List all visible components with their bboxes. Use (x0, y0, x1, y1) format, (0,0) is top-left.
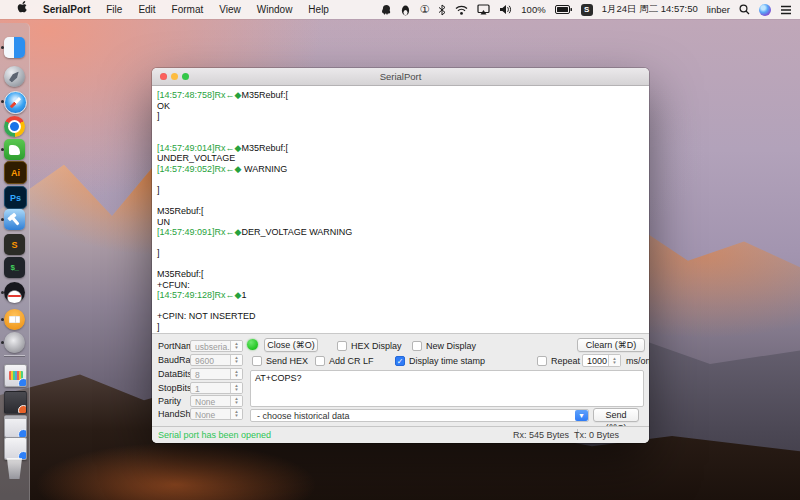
repeat-box[interactable] (537, 356, 547, 366)
repeat-checkbox[interactable]: Repeat (537, 355, 580, 367)
stepper-arrows[interactable]: ▲▼ (230, 355, 242, 365)
terminal-output[interactable]: [14:57:48:758]Rx←◆M35Rebuf:[OK][14:57:49… (152, 86, 649, 333)
safari-icon (4, 91, 27, 114)
history-dropdown-arrow-icon[interactable]: ▼ (575, 410, 588, 421)
config-stepper-databits[interactable]: 8▲▼ (190, 368, 243, 380)
dock-item-dictionary[interactable] (4, 309, 25, 330)
send-button[interactable]: Send (⌘S) (593, 408, 639, 422)
airplay-display-icon[interactable] (477, 4, 490, 15)
dock-item-photoshop[interactable]: Ps (4, 186, 25, 207)
bluetooth-icon[interactable] (438, 4, 446, 16)
stepper-arrows[interactable]: ▲▼ (230, 383, 242, 393)
spotlight-search-icon[interactable] (739, 4, 750, 15)
config-stepper-stopbits[interactable]: 1▲▼ (190, 382, 243, 394)
dock-item-minimized-window-4[interactable] (4, 437, 25, 458)
new-display-checkbox[interactable]: New Display (412, 340, 476, 352)
menu-clock[interactable]: 1月24日 周二 14:57:50 (602, 3, 698, 16)
proxy-menu-icon[interactable]: S (581, 4, 593, 16)
running-indicator-dot (1, 218, 4, 221)
terminal-text: 1 (241, 290, 246, 300)
minimized-window-4-icon (4, 437, 27, 460)
minimized-window-1-icon (4, 364, 27, 387)
config-stepper-baudrate[interactable]: 9600▲▼ (190, 354, 243, 366)
menu-item-view[interactable]: View (211, 0, 249, 19)
config-stepper-portname[interactable]: usbseria...▲▼ (190, 340, 243, 352)
menu-item-help[interactable]: Help (300, 0, 337, 19)
notification-center-icon[interactable] (780, 5, 792, 15)
dock-item-serialport-app[interactable] (4, 332, 25, 353)
hex-display-checkbox[interactable]: HEX Display (337, 340, 402, 352)
wifi-icon[interactable] (455, 5, 468, 15)
menu-item-format[interactable]: Format (164, 0, 212, 19)
terminal-line (157, 122, 649, 133)
stepper-arrows[interactable]: ▲▼ (230, 369, 242, 379)
add-crlf-checkbox[interactable]: Add CR LF (315, 355, 374, 367)
terminal-text: WARNING (241, 164, 287, 174)
dock-item-minimized-window-3[interactable] (4, 415, 25, 436)
history-dropdown[interactable]: - choose historical data ▼ (250, 409, 589, 422)
stepper-arrows[interactable]: ▲▼ (230, 396, 242, 406)
new-display-box[interactable] (412, 341, 422, 351)
config-label-stopbits: StopBits (158, 383, 192, 393)
close-port-button[interactable]: Close (⌘O) (264, 338, 318, 352)
dock-item-qq[interactable] (4, 282, 25, 303)
illustrator-icon: Ai (4, 161, 27, 184)
apple-menu-icon[interactable] (8, 0, 35, 19)
dock-item-xcode[interactable] (4, 209, 25, 230)
dock-item-chrome[interactable] (4, 116, 25, 137)
dock-item-illustrator[interactable]: Ai (4, 161, 25, 182)
dock-item-evernote[interactable] (4, 139, 25, 160)
dock-item-minimized-window-1[interactable] (4, 364, 25, 385)
dock-item-trash[interactable] (4, 458, 25, 479)
qq-icon (4, 282, 25, 303)
display-timestamp-box[interactable]: ✓ (395, 356, 405, 366)
penguin-icon[interactable] (401, 4, 410, 16)
terminal-text: ] (157, 185, 160, 195)
window-titlebar[interactable]: SerialPort (152, 68, 649, 86)
dock-separator (4, 355, 25, 356)
clear-button[interactable]: Clearn (⌘D) (577, 338, 645, 352)
repeat-interval-arrows[interactable]: ▲▼ (608, 355, 620, 366)
menu-user[interactable]: linber (707, 4, 730, 15)
dock-item-finder[interactable] (4, 37, 25, 58)
dock-item-launchpad[interactable] (4, 66, 25, 87)
dock-item-sublime-text[interactable]: S (4, 234, 25, 255)
dock-item-terminal[interactable]: $_ (4, 257, 25, 278)
evernote-menu-icon[interactable] (381, 4, 392, 15)
menu-item-edit[interactable]: Edit (130, 0, 163, 19)
hex-display-box[interactable] (337, 341, 347, 351)
repeat-interval-stepper[interactable]: 1000 ▲▼ (582, 354, 621, 367)
repeat-interval-value: 1000 (587, 356, 607, 366)
serialport-window: SerialPort [14:57:48:758]Rx←◆M35Rebuf:[O… (152, 68, 649, 443)
add-crlf-label: Add CR LF (329, 356, 374, 366)
terminal-line (157, 259, 649, 270)
config-stepper-handshake[interactable]: None▲▼ (190, 408, 243, 420)
menu-item-file[interactable]: File (98, 0, 130, 19)
volume-icon[interactable] (499, 4, 512, 15)
siri-icon[interactable] (759, 4, 771, 16)
running-indicator-dot (1, 318, 4, 321)
stepper-arrows[interactable]: ▲▼ (230, 409, 242, 419)
terminal-line: [14:57:49:128]Rx←◆1 (157, 290, 649, 301)
send-hex-box[interactable] (252, 356, 262, 366)
menu-item-window[interactable]: Window (249, 0, 301, 19)
one-password-icon[interactable]: ① (419, 3, 429, 16)
dock-item-safari[interactable] (4, 91, 25, 112)
menu-app-name[interactable]: SerialPort (35, 0, 98, 19)
running-indicator-dot (1, 46, 4, 49)
terminal-timestamp: [14:57:49:128]Rx←◆ (157, 290, 241, 300)
config-stepper-parity[interactable]: None▲▼ (190, 395, 243, 407)
battery-icon[interactable] (555, 5, 572, 14)
send-text-input[interactable]: AT+COPS? (250, 370, 644, 407)
add-crlf-box[interactable] (315, 356, 325, 366)
terminal-timestamp: [14:57:48:758]Rx←◆ (157, 90, 241, 100)
terminal-text: UN (157, 217, 170, 227)
send-hex-checkbox[interactable]: Send HEX (252, 355, 308, 367)
display-timestamp-checkbox[interactable]: ✓ Display time stamp (395, 355, 485, 367)
terminal-line: UN (157, 217, 649, 228)
terminal-line: ] (157, 248, 649, 259)
stepper-arrows[interactable]: ▲▼ (230, 341, 242, 351)
dock-item-minimized-window-2[interactable] (4, 391, 25, 412)
running-indicator-dot (1, 341, 4, 344)
stepper-value: None (195, 397, 215, 407)
